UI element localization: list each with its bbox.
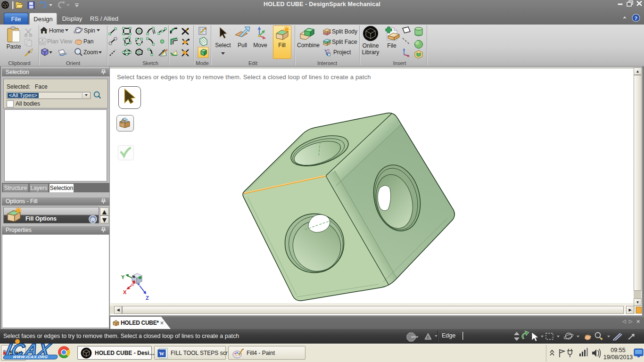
svg-text:Online: Online (363, 42, 379, 49)
svg-text:Fill: Fill (278, 42, 285, 49)
svg-text:WWW.ICAX.ORG: WWW.ICAX.ORG (13, 355, 49, 360)
svg-text:Split Face: Split Face (332, 39, 357, 45)
svg-text:Y: Y (121, 274, 125, 280)
svg-text:Plan View: Plan View (47, 38, 72, 45)
svg-text:!: ! (427, 335, 429, 340)
svg-text:Split Body: Split Body (332, 28, 357, 35)
svg-text:Paste: Paste (7, 43, 21, 50)
svg-text:19/08/2013: 19/08/2013 (603, 354, 633, 361)
svg-text:Select: Select (215, 42, 231, 49)
svg-text:Home: Home (49, 27, 64, 34)
svg-text:Pan: Pan (83, 38, 93, 45)
svg-text:Move: Move (253, 42, 267, 49)
svg-text:Library: Library (362, 49, 380, 56)
svg-text:Edge: Edge (442, 332, 455, 339)
svg-text:File: File (387, 42, 396, 49)
svg-text:Pull: Pull (238, 42, 247, 49)
svg-text:W: W (159, 351, 165, 356)
svg-text:STOP: STOP (411, 336, 418, 338)
svg-text:Spin: Spin (84, 27, 95, 34)
svg-text:Combine: Combine (297, 42, 320, 49)
svg-text:Z: Z (146, 295, 149, 301)
svg-text:09:55: 09:55 (611, 347, 625, 354)
svg-text:Zoom: Zoom (83, 49, 98, 56)
svg-text:Project: Project (333, 49, 351, 56)
svg-text:?: ? (635, 15, 637, 22)
svg-text:X: X (123, 289, 127, 295)
